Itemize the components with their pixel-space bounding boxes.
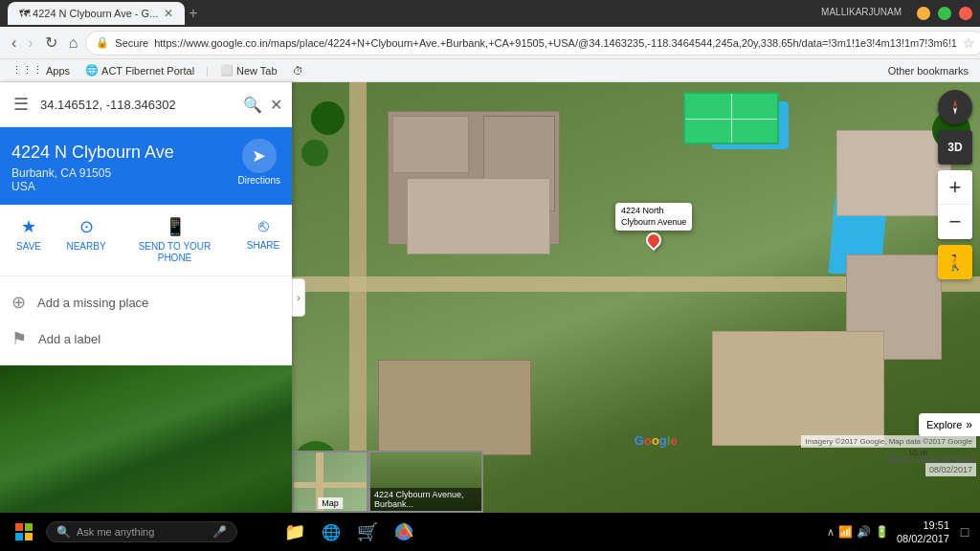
street-view-thumbnail[interactable]: 4224 Clybourn Avenue, Burbank... [368, 451, 483, 513]
search-button[interactable]: 🔍 [243, 96, 262, 114]
secure-icon: 🔒 [96, 36, 109, 49]
add-place-icon: ⊕ [11, 292, 26, 313]
nearby-button[interactable]: ⊙ NEARBY [57, 212, 115, 268]
clear-search-button[interactable]: ✕ [270, 96, 282, 114]
microphone-icon: 🎤 [212, 525, 227, 539]
pin-popup: 4224 North Clybourn Avenue [615, 203, 692, 231]
other-bookmarks[interactable]: Other bookmarks [884, 63, 972, 78]
share-icon: ⎋ [258, 216, 269, 236]
map-date: 08/02/2017 [925, 463, 976, 476]
nearby-icon: ⊙ [79, 216, 94, 237]
taskbar-task-view[interactable]: ❑ [243, 517, 274, 547]
notification-icon: □ [961, 524, 969, 540]
new-tab-icon: ⬜ [220, 64, 234, 77]
expand-panel-button[interactable]: › [292, 278, 305, 317]
place-header: 4224 N Clybourn Ave Burbank, CA 91505 US… [0, 127, 292, 205]
clock[interactable]: 19:51 08/02/2017 [897, 518, 949, 546]
pegman-button[interactable]: 🚶 [938, 245, 972, 279]
tab-close-icon[interactable]: ✕ [164, 7, 173, 20]
bookmark-apps[interactable]: ⋮⋮⋮ Apps [8, 62, 74, 78]
taskbar: 🔍 Ask me anything 🎤 ❑ 📁 🌐 🛒 ∧ 📶 🔊 🔋 19:5… [0, 513, 980, 551]
title-bar: 🗺 4224 N Clybourn Ave - G... ✕ + MALLIKA… [0, 0, 980, 27]
extra-actions: ⊕ Add a missing place ⚑ Add a label [0, 276, 292, 365]
main-content: ☰ 🔍 ✕ 4224 N Clybourn Ave Burbank, CA 91… [0, 82, 980, 513]
address-text: https://www.google.co.in/maps/place/4224… [154, 37, 957, 49]
scale-label: 10 m [908, 448, 927, 457]
share-button[interactable]: ⎋ SHARE [234, 212, 292, 268]
map-controls: 3D + − 🚶 [938, 90, 972, 279]
send-to-phone-button[interactable]: 📱 SEND TO YOUR PHONE [115, 212, 234, 268]
directions-label: Directions [238, 175, 280, 186]
compass-button[interactable] [938, 90, 972, 124]
restore-button[interactable]: □ [938, 7, 951, 20]
map-bottom-thumbnails: Map 4224 Clybourn Avenue, Burbank... [292, 451, 483, 513]
left-panel: ☰ 🔍 ✕ 4224 N Clybourn Ave Burbank, CA 91… [0, 82, 292, 513]
bookmarks-bar: ⋮⋮⋮ Apps 🌐 ACT Fibernet Portal | ⬜ New T… [0, 59, 980, 82]
taskbar-icon-chrome[interactable] [389, 517, 419, 547]
browser-toolbar: ‹ › ↻ ⌂ 🔒 Secure https://www.google.co.i… [0, 27, 980, 59]
bookmark-star-icon[interactable]: ☆ [963, 35, 975, 51]
user-name: MALLIKARJUNAM [821, 7, 902, 20]
notification-button[interactable]: □ [957, 517, 972, 547]
phone-icon: 📱 [165, 216, 186, 237]
explore-label: Explore [926, 419, 962, 430]
chevron-up-icon[interactable]: ∧ [827, 526, 835, 539]
add-label[interactable]: ⚑ Add a label [11, 320, 280, 357]
flag-icon: ⚑ [11, 328, 27, 349]
street-view-label: 4224 Clybourn Avenue, Burbank... [374, 490, 463, 509]
new-tab-button[interactable]: + [189, 5, 197, 22]
map-pin[interactable]: 4224 North Clybourn Avenue [615, 203, 692, 248]
taskbar-icon-explorer[interactable]: 📁 [279, 517, 310, 547]
svg-rect-6 [25, 533, 33, 540]
close-button[interactable]: ✕ [959, 7, 972, 20]
minimize-button[interactable]: ─ [917, 7, 930, 20]
tab-favicon: 🗺 [19, 8, 30, 19]
map-attribution: Imagery ©2017 Google, Map data ©2017 Goo… [801, 435, 976, 448]
time: 19:51 [897, 518, 949, 532]
taskbar-icon-edge[interactable]: 🌐 [316, 517, 346, 547]
directions-button[interactable]: ➤ Directions [238, 139, 280, 186]
reload-button[interactable]: ↻ [41, 31, 61, 55]
start-button[interactable] [8, 519, 40, 544]
explore-bar[interactable]: Explore » [919, 413, 980, 436]
mini-map-thumbnail[interactable]: Map [292, 451, 368, 513]
mini-map-label: Map [318, 497, 343, 509]
3d-button[interactable]: 3D [938, 130, 972, 165]
address-bar[interactable]: 🔒 Secure https://www.google.co.in/maps/p… [85, 31, 980, 55]
bookmark-new-tab[interactable]: ⬜ New Tab [216, 62, 281, 78]
battery-icon[interactable]: 🔋 [875, 525, 889, 539]
secure-label: Secure [115, 37, 148, 49]
tray-icons: ∧ 📶 🔊 🔋 [827, 525, 889, 539]
zoom-out-button[interactable]: − [938, 205, 972, 239]
apps-icon: ⋮⋮⋮ [11, 64, 43, 77]
system-tray: ∧ 📶 🔊 🔋 19:51 08/02/2017 □ [827, 517, 972, 547]
home-button[interactable]: ⌂ [65, 31, 82, 55]
bookmark-act[interactable]: 🌐 ACT Fibernet Portal [81, 62, 198, 78]
zoom-in-button[interactable]: + [938, 170, 972, 205]
search-input[interactable] [40, 98, 235, 112]
save-button[interactable]: ★ SAVE [0, 212, 57, 268]
svg-rect-3 [15, 523, 23, 531]
add-missing-place[interactable]: ⊕ Add a missing place [11, 284, 280, 320]
tab-title: 4224 N Clybourn Ave - G... [33, 8, 158, 19]
taskbar-search-placeholder: Ask me anything [77, 526, 154, 538]
taskbar-icon-store[interactable]: 🛒 [352, 517, 383, 547]
bookmark-history-icon[interactable]: ⏱ [289, 63, 307, 78]
forward-button[interactable]: › [24, 31, 36, 55]
browser-chrome: 🗺 4224 N Clybourn Ave - G... ✕ + MALLIKA… [0, 0, 980, 82]
hamburger-menu-button[interactable]: ☰ [10, 90, 33, 119]
back-button[interactable]: ‹ [8, 31, 20, 55]
taskbar-search-icon: 🔍 [56, 525, 71, 539]
action-buttons: ★ SAVE ⊙ NEARBY 📱 SEND TO YOUR PHONE ⎋ S… [0, 205, 292, 276]
scale-control: 10 m [889, 448, 927, 461]
aerial-map [292, 82, 980, 513]
wifi-icon[interactable]: 📶 [838, 525, 853, 539]
window-controls: MALLIKARJUNAM ─ □ ✕ [821, 7, 972, 20]
place-image[interactable] [0, 365, 292, 513]
map-area[interactable]: 4224 North Clybourn Avenue 3D + − 🚶 [292, 82, 980, 513]
browser-tab-active[interactable]: 🗺 4224 N Clybourn Ave - G... ✕ [8, 2, 185, 25]
taskbar-search[interactable]: 🔍 Ask me anything 🎤 [46, 521, 237, 542]
history-icon: ⏱ [293, 65, 303, 77]
volume-icon[interactable]: 🔊 [857, 525, 871, 539]
explore-chevron-icon: » [966, 418, 972, 431]
